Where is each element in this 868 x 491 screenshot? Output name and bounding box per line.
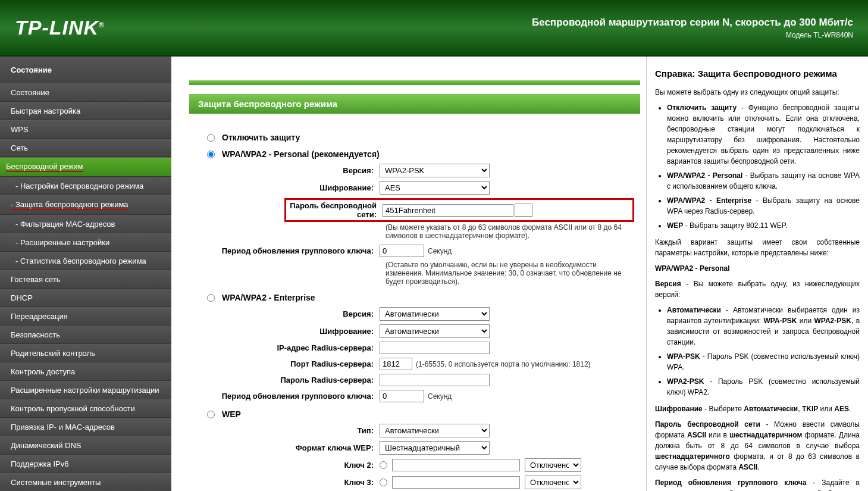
help-item-wpapsk: WPA-PSK - Пароль PSK (совместно использу… bbox=[667, 351, 860, 373]
label-radius-pw: Пароль Radius-сервера: bbox=[195, 376, 380, 384]
radio-wpa-enterprise[interactable] bbox=[207, 294, 215, 302]
divider bbox=[189, 80, 640, 85]
sidebar-item-14[interactable]: Безопасность bbox=[0, 326, 171, 344]
label-ent-encryption: Шифрование: bbox=[195, 327, 380, 336]
select-ent-version[interactable]: Автоматически bbox=[380, 307, 490, 321]
sidebar-item-0[interactable]: Состояние bbox=[0, 57, 171, 83]
option-wep-label: WEP bbox=[222, 409, 241, 419]
label-group-key: Период обновления группового ключа: bbox=[195, 246, 380, 255]
sidebar-item-21[interactable]: Поддержка IPv6 bbox=[0, 455, 171, 473]
option-wep[interactable]: WEP bbox=[207, 409, 634, 419]
sidebar-item-10[interactable]: - Статистика беспроводного режима bbox=[0, 252, 171, 270]
option-wpa-personal-label: WPA/WPA2 - Personal (рекомендуется) bbox=[222, 149, 380, 159]
help-item-wpa-enterprise: WPA/WPA2 - Enterprise - Выбрать защиту н… bbox=[667, 195, 860, 217]
header-model: Модель TL-WR840N bbox=[532, 31, 853, 39]
input-psk-password[interactable] bbox=[383, 204, 513, 217]
sidebar-item-9[interactable]: - Расширенные настройки bbox=[0, 233, 171, 252]
sidebar-item-5[interactable]: Беспроводной режим bbox=[0, 157, 171, 177]
help-version: Версия - Вы можете выбрать одну, из ниже… bbox=[655, 279, 860, 300]
label-radius-port: Порт Radius-сервера: bbox=[195, 359, 380, 368]
help-item-wep: WEP - Выбрать защиту 802.11 WEP. bbox=[667, 220, 860, 231]
help-p2: Каждый вариант защиты имеет свои собстве… bbox=[655, 237, 860, 258]
label-psk-password: Пароль беспроводной сети: bbox=[287, 201, 383, 219]
radio-wep[interactable] bbox=[207, 411, 215, 418]
radio-wep-key3[interactable] bbox=[380, 479, 387, 486]
unit-seconds-1: Секунд bbox=[428, 247, 452, 255]
help-encryption: Шифрование - Выберите Автоматически, TKI… bbox=[655, 404, 860, 414]
sidebar-item-20[interactable]: Динамический DNS bbox=[0, 436, 171, 455]
input-group-key-2[interactable] bbox=[380, 390, 424, 402]
sidebar-item-2[interactable]: Быстрая настройка bbox=[0, 102, 171, 120]
sidebar-item-22[interactable]: Системные инструменты bbox=[0, 473, 171, 491]
radio-wpa-personal[interactable] bbox=[207, 151, 215, 158]
select-wep-key3-state[interactable]: Отключено bbox=[525, 476, 581, 489]
help-psk: Пароль беспроводной сети - Можно ввести … bbox=[655, 419, 860, 473]
sidebar-nav: СостояниеСостояниеБыстрая настройкаWPSСе… bbox=[0, 57, 171, 491]
label-version: Версия: bbox=[195, 166, 380, 175]
select-wpa-version[interactable]: WPA2-PSK bbox=[380, 164, 490, 177]
label-group-key-2: Период обновления группового ключа: bbox=[195, 392, 380, 401]
option-wpa-enterprise-label: WPA/WPA2 - Enterprise bbox=[222, 293, 315, 302]
sidebar-item-4[interactable]: Сеть bbox=[0, 139, 171, 157]
radio-wep-key2[interactable] bbox=[380, 461, 387, 469]
sidebar-item-16[interactable]: Контроль доступа bbox=[0, 362, 171, 381]
help-intro: Вы можете выбрать одну из следующих опци… bbox=[655, 87, 860, 98]
sidebar-item-3[interactable]: WPS bbox=[0, 120, 171, 139]
sidebar-item-6[interactable]: - Настройки беспроводного режима bbox=[0, 177, 171, 195]
header-title: Беспроводной маршрутизатор серии N, скор… bbox=[532, 17, 853, 29]
sidebar-item-15[interactable]: Родительский контроль bbox=[0, 344, 171, 362]
sidebar-item-7[interactable]: - Защита беспроводного режима bbox=[0, 195, 171, 215]
password-toggle[interactable] bbox=[515, 204, 532, 217]
label-wep-key3: Ключ 3: bbox=[195, 478, 380, 487]
select-wep-key2-state[interactable]: Отключено bbox=[525, 458, 581, 472]
select-wpa-encryption[interactable]: AES bbox=[380, 181, 490, 195]
help-item-auto: Автоматически - Автоматически выбирается… bbox=[667, 305, 860, 348]
page-title: Защита беспроводного режима bbox=[189, 94, 640, 114]
option-wpa-enterprise[interactable]: WPA/WPA2 - Enterprise bbox=[207, 293, 634, 302]
help-title: Справка: Защита беспроводного режима bbox=[655, 67, 860, 81]
select-wep-type[interactable]: Автоматически bbox=[380, 424, 490, 437]
help-item-wpa-personal: WPA/WPA2 - Personal - Выбрать защиту на … bbox=[667, 170, 860, 192]
highlighted-password-row: Пароль беспроводной сети: bbox=[284, 198, 634, 222]
input-radius-pw[interactable] bbox=[380, 374, 490, 386]
help-item-disable: Отключить защиту - Функцию беспроводной … bbox=[667, 102, 860, 167]
unit-seconds-2: Секунд bbox=[428, 392, 452, 401]
select-ent-encryption[interactable]: Автоматически bbox=[380, 324, 490, 338]
label-ent-version: Версия: bbox=[195, 309, 380, 318]
hint-group-key: (Оставьте по умолчанию, если вы не увере… bbox=[386, 261, 634, 286]
header-info: Беспроводной маршрутизатор серии N, скор… bbox=[532, 17, 853, 39]
input-wep-key2[interactable] bbox=[392, 459, 520, 471]
sidebar-item-11[interactable]: Гостевая сеть bbox=[0, 270, 171, 289]
radio-disable[interactable] bbox=[207, 134, 215, 142]
hint-radius-port: (1-65535, 0 используется порта по умолча… bbox=[416, 360, 591, 368]
label-wep-key2: Ключ 2: bbox=[195, 461, 380, 470]
sidebar-item-12[interactable]: DHCP bbox=[0, 289, 171, 307]
label-radius-ip: IP-адрес Radius-сервера: bbox=[195, 343, 380, 352]
brand-logo: TP-LINK® bbox=[15, 16, 105, 39]
sidebar-item-18[interactable]: Контроль пропускной способности bbox=[0, 399, 171, 418]
sidebar-item-17[interactable]: Расширенные настройки маршрутизации bbox=[0, 381, 171, 399]
input-group-key-1[interactable] bbox=[380, 245, 424, 257]
option-disable-security[interactable]: Отключить защиту bbox=[207, 133, 634, 142]
main-content: Защита беспроводного режима Отключить за… bbox=[171, 57, 647, 491]
sidebar-item-19[interactable]: Привязка IP- и MAC-адресов bbox=[0, 418, 171, 436]
option-disable-label: Отключить защиту bbox=[222, 133, 300, 142]
select-wep-format[interactable]: Шестнадцатеричный bbox=[380, 441, 490, 455]
sidebar-item-8[interactable]: - Фильтрация MAC-адресов bbox=[0, 215, 171, 233]
help-item-wpa2psk: WPA2-PSK - Пароль PSK (совместно использ… bbox=[667, 376, 860, 398]
app-header: TP-LINK® Беспроводной маршрутизатор сери… bbox=[0, 0, 868, 57]
sidebar-item-1[interactable]: Состояние bbox=[0, 83, 171, 102]
label-wep-type: Тип: bbox=[195, 426, 380, 435]
help-h-wpa: WPA/WPA2 - Personal bbox=[655, 263, 860, 274]
help-gk: Период обновления группового ключа - Зад… bbox=[655, 477, 860, 492]
help-panel: Справка: Защита беспроводного режима Вы … bbox=[647, 57, 868, 491]
input-radius-port[interactable] bbox=[380, 358, 412, 370]
label-wep-format: Формат ключа WEP: bbox=[195, 443, 380, 452]
sidebar-item-13[interactable]: Переадресация bbox=[0, 307, 171, 326]
option-wpa-personal[interactable]: WPA/WPA2 - Personal (рекомендуется) bbox=[207, 149, 634, 159]
label-encryption: Шифрование: bbox=[195, 183, 380, 192]
input-wep-key3[interactable] bbox=[392, 476, 520, 489]
input-radius-ip[interactable] bbox=[380, 342, 490, 354]
hint-psk: (Вы можете указать от 8 до 63 символов ф… bbox=[386, 223, 634, 240]
